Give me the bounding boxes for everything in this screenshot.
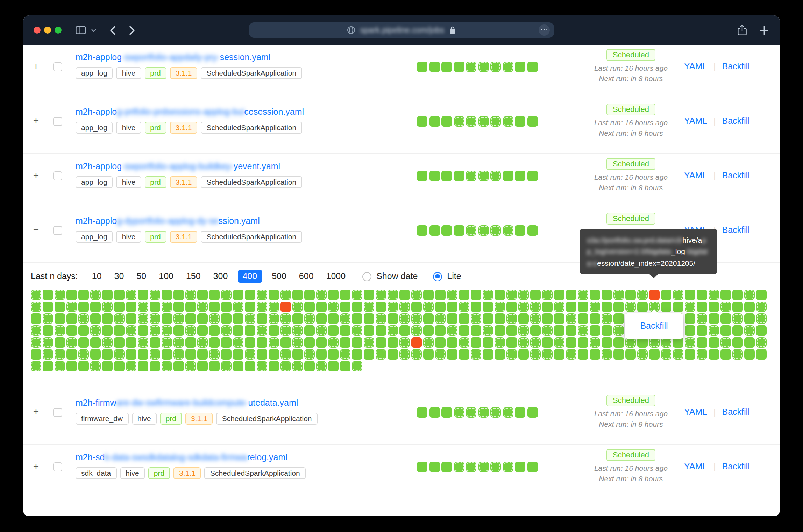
day-cell[interactable]	[209, 313, 220, 324]
day-cell[interactable]	[185, 313, 196, 324]
status-square[interactable]	[417, 171, 427, 181]
status-square[interactable]	[478, 171, 489, 181]
status-square[interactable]	[441, 225, 452, 236]
day-cell[interactable]	[316, 290, 327, 300]
row-checkbox[interactable]	[53, 171, 62, 180]
day-cell[interactable]	[352, 325, 362, 336]
day-cell[interactable]	[102, 313, 113, 324]
status-square[interactable]	[466, 407, 476, 418]
day-cell[interactable]	[269, 302, 279, 312]
day-cell[interactable]	[43, 337, 53, 348]
day-cell[interactable]	[162, 325, 172, 336]
day-cell[interactable]	[304, 302, 315, 312]
day-cell[interactable]	[114, 302, 125, 312]
day-cell[interactable]	[459, 302, 469, 312]
days-option-100[interactable]: 100	[156, 270, 176, 283]
day-cell[interactable]	[340, 337, 350, 348]
backfill-link[interactable]: Backfill	[722, 225, 750, 235]
day-cell[interactable]	[495, 349, 505, 360]
day-cell[interactable]	[55, 313, 65, 324]
day-cell[interactable]	[257, 325, 267, 336]
day-cell[interactable]	[376, 349, 386, 360]
day-cell[interactable]	[709, 290, 719, 300]
day-cell[interactable]	[732, 349, 743, 360]
day-cell[interactable]	[495, 337, 505, 348]
day-cell[interactable]	[43, 302, 53, 312]
day-cell[interactable]	[649, 349, 660, 360]
day-cell[interactable]	[483, 349, 493, 360]
day-cell[interactable]	[554, 349, 564, 360]
day-cell[interactable]	[376, 313, 386, 324]
day-cell[interactable]	[126, 290, 136, 300]
more-options-icon[interactable]: ⋯	[539, 24, 550, 36]
day-cell[interactable]	[720, 290, 731, 300]
day-cell[interactable]	[269, 361, 279, 371]
day-cell[interactable]	[126, 349, 136, 360]
status-square[interactable]	[515, 407, 525, 418]
day-cell[interactable]	[673, 337, 683, 348]
day-cell[interactable]	[328, 337, 339, 348]
status-square[interactable]	[503, 407, 513, 418]
day-cell[interactable]	[756, 337, 767, 348]
day-cell[interactable]	[518, 313, 529, 324]
day-cell[interactable]	[661, 290, 671, 300]
day-cell[interactable]	[447, 337, 457, 348]
day-cell[interactable]	[328, 313, 339, 324]
day-cell[interactable]	[78, 337, 89, 348]
day-cell[interactable]	[138, 302, 148, 312]
popover-backfill-button[interactable]: Backfill	[640, 321, 668, 331]
day-cell[interactable]	[364, 349, 374, 360]
day-cell[interactable]	[435, 349, 446, 360]
day-cell[interactable]	[732, 313, 743, 324]
status-square[interactable]	[527, 62, 538, 72]
day-cell[interactable]	[578, 349, 588, 360]
day-cell[interactable]	[590, 290, 600, 300]
back-button[interactable]	[110, 26, 115, 35]
status-square[interactable]	[490, 225, 501, 236]
day-cell[interactable]	[388, 337, 398, 348]
url-bar[interactable]: spark.pipeline.com/jobs ⋯	[249, 22, 554, 38]
day-cell[interactable]	[245, 302, 255, 312]
share-icon[interactable]	[737, 24, 747, 36]
days-option-1000[interactable]: 1000	[324, 270, 349, 283]
day-cell[interactable]	[197, 361, 208, 371]
day-cell[interactable]	[459, 313, 469, 324]
yaml-link[interactable]: YAML	[684, 171, 707, 180]
status-square[interactable]	[490, 171, 501, 181]
day-cell[interactable]	[447, 349, 457, 360]
day-cell[interactable]	[506, 302, 517, 312]
day-cell[interactable]	[340, 290, 350, 300]
day-cell[interactable]	[471, 337, 481, 348]
day-cell[interactable]	[435, 337, 446, 348]
day-cell[interactable]	[399, 337, 410, 348]
day-cell[interactable]	[31, 313, 41, 324]
day-cell[interactable]	[209, 349, 220, 360]
day-cell[interactable]	[114, 349, 125, 360]
day-cell[interactable]	[114, 290, 125, 300]
day-cell[interactable]	[292, 325, 303, 336]
day-cell[interactable]	[269, 349, 279, 360]
day-cell[interactable]	[233, 361, 243, 371]
day-cell[interactable]	[542, 349, 553, 360]
day-cell[interactable]	[316, 349, 327, 360]
day-cell[interactable]	[685, 325, 695, 336]
day-cell[interactable]	[566, 337, 576, 348]
status-square[interactable]	[527, 407, 538, 418]
day-cell[interactable]	[388, 349, 398, 360]
day-cell[interactable]	[554, 290, 564, 300]
day-cell[interactable]	[114, 325, 125, 336]
day-cell[interactable]	[483, 290, 493, 300]
day-cell[interactable]	[280, 325, 291, 336]
day-cell[interactable]	[304, 337, 315, 348]
days-option-30[interactable]: 30	[112, 270, 127, 283]
status-square[interactable]	[515, 171, 525, 181]
day-cell[interactable]	[245, 349, 255, 360]
day-cell[interactable]	[720, 349, 731, 360]
day-cell[interactable]	[31, 290, 41, 300]
day-cell[interactable]	[114, 313, 125, 324]
day-cell[interactable]	[150, 302, 160, 312]
day-cell[interactable]	[280, 313, 291, 324]
day-cell[interactable]	[399, 349, 410, 360]
radio-lite[interactable]: Lite	[433, 271, 461, 281]
status-square[interactable]	[417, 225, 427, 236]
